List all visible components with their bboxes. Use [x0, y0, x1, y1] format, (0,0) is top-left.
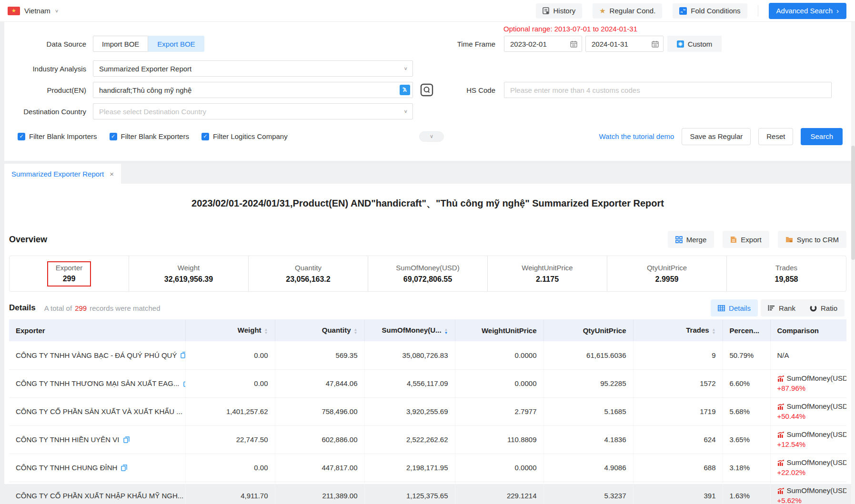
merge-icon [675, 236, 683, 243]
chevron-down-icon: ∨ [55, 8, 59, 13]
reset-button[interactable]: Reset [758, 128, 793, 145]
view-toggle-details[interactable]: Details [711, 299, 758, 316]
country-label: Vietnam [24, 7, 50, 15]
date-end-input[interactable] [592, 40, 657, 48]
copy-icon[interactable] [121, 464, 127, 471]
destination-country-select[interactable]: ∨ [93, 103, 413, 119]
divider [758, 5, 758, 17]
report-content: 2023/02/01-2024/01/31,Product(EN) AND"ha… [4, 184, 851, 484]
stat-trades: Trades19,858 [726, 256, 846, 291]
trend-chart-icon [777, 488, 784, 494]
chevron-down-icon: ∨ [403, 109, 408, 114]
column-header-quantity[interactable]: Quantity▲▼ [275, 319, 364, 341]
details-heading: Details [9, 303, 36, 313]
scrollbar-thumb[interactable] [851, 146, 855, 260]
tutorial-demo-link[interactable]: Watch the tutorial demo [599, 132, 674, 140]
copy-icon[interactable] [183, 380, 185, 387]
industry-analysis-select[interactable]: Summarized Exporter Report ∨ [93, 60, 413, 77]
table-header-row: Exporter Weight▲▼ Quantity▲▼ SumOfMoney(… [9, 319, 846, 341]
translate-icon[interactable]: A [400, 85, 410, 95]
details-table: Exporter Weight▲▼ Quantity▲▼ SumOfMoney(… [9, 319, 846, 504]
column-header-sum-of-money[interactable]: SumOfMoney(U...▲▼ [364, 319, 455, 341]
fold-icon [679, 7, 687, 15]
stat-sum-of-money: SumOfMoney(USD)69,072,806.55 [368, 256, 487, 291]
table-row: CÔNG TY TNHH CHUNG ĐỈNH 0.00 447,817.00 … [9, 454, 846, 482]
column-header-trades[interactable]: Trades▲▼ [633, 319, 723, 341]
table-icon [718, 305, 725, 311]
import-boe-button[interactable]: Import BOE [93, 36, 148, 52]
save-as-regular-button[interactable]: Save as Regular [682, 128, 751, 145]
time-frame-label: Time Frame [419, 40, 500, 48]
search-button[interactable]: Search [801, 128, 843, 145]
country-selector[interactable]: ★ Vietnam ∨ [8, 7, 59, 15]
hs-code-field[interactable] [504, 82, 832, 98]
destination-country-input[interactable] [99, 108, 407, 116]
vietnam-flag-icon: ★ [8, 7, 20, 15]
product-en-input[interactable] [99, 86, 407, 94]
hs-code-label: HS Code [419, 86, 500, 94]
column-header-weight[interactable]: Weight▲▼ [185, 319, 275, 341]
custom-icon [677, 40, 684, 48]
comparison-cell: SumOfMoney(USD)+5.62% [770, 482, 846, 504]
calendar-icon[interactable] [652, 40, 659, 48]
merge-button[interactable]: Merge [668, 231, 714, 248]
star-icon: ★ [599, 7, 605, 15]
comparison-cell: SumOfMoney(USD)+12.54% [770, 425, 846, 454]
product-en-label: Product(EN) [4, 86, 93, 94]
table-row: CÔNG TY CỔ PHẦN XUẤT NHẬP KHẨU MỸ NGH...… [9, 482, 846, 504]
trend-chart-icon [777, 376, 784, 382]
calendar-icon[interactable] [570, 40, 577, 48]
view-toggle-ratio[interactable]: Ratio [803, 299, 845, 316]
trend-chart-icon [777, 432, 784, 438]
destination-country-label: Destination Country [4, 108, 93, 116]
custom-range-button[interactable]: Custom [667, 36, 722, 52]
sort-icon: ▲▼ [264, 328, 268, 335]
data-source-toggle: Import BOE Export BOE [93, 36, 204, 52]
comparison-cell: SumOfMoney(USD)+22.02% [770, 454, 846, 482]
records-summary: A total of 299 records were matched [44, 304, 161, 312]
stat-qty-unit-price: QtyUnitPrice2.9959 [607, 256, 726, 291]
sort-icon: ▲▼ [712, 328, 716, 335]
trend-chart-icon [777, 460, 784, 466]
view-toggle-rank[interactable]: Rank [761, 299, 803, 316]
table-row: CÔNG TY TNHH THƯƠNG MẠI SẢN XUẤT EAG... … [9, 369, 846, 397]
hs-code-input[interactable] [510, 86, 825, 94]
vertical-scrollbar[interactable] [851, 22, 855, 504]
stat-weight-unit-price: WeightUnitPrice2.1175 [487, 256, 607, 291]
checkbox-checked-icon: ✓ [201, 133, 209, 140]
checkbox-checked-icon: ✓ [18, 133, 25, 140]
close-icon[interactable]: × [110, 170, 114, 178]
exporter-name: CÔNG TY TNHH CHUNG ĐỈNH [16, 464, 117, 472]
table-row: CÔNG TY TNHH HIỀN UYÊN VI 22,747.50 602,… [9, 425, 846, 454]
column-header-exporter: Exporter [9, 319, 185, 341]
table-row: CÔNG TY TNHH VÀNG BẠC - ĐÁ QUÝ PHÚ QUÝ 0… [9, 341, 846, 369]
industry-analysis-label: Industry Analysis [4, 65, 93, 73]
overview-stats-card: Exporter 299 Weight32,619,956.39 Quantit… [9, 256, 846, 292]
optional-range-hint: Optional range: 2013-07-01 to 2024-01-31 [503, 25, 637, 33]
regular-cond-button[interactable]: ★ Regular Cond. [593, 3, 662, 19]
copy-icon[interactable] [181, 352, 185, 358]
fold-conditions-button[interactable]: Fold Conditions [673, 3, 747, 19]
table-row: CÔNG TY CỔ PHẦN SẢN XUẤT VÀ XUẤT KHẨU ..… [9, 397, 846, 425]
exporter-name: CÔNG TY TNHH VÀNG BẠC - ĐÁ QUÝ PHÚ QUÝ [16, 351, 177, 359]
collapse-conditions-button[interactable]: ∨ [419, 131, 444, 142]
history-button[interactable]: History [536, 3, 582, 19]
export-boe-button[interactable]: Export BOE [148, 36, 204, 52]
filter-panel: Optional range: 2013-07-01 to 2024-01-31… [4, 22, 851, 161]
exporter-name: CÔNG TY TNHH THƯƠNG MẠI SẢN XUẤT EAG... [16, 379, 180, 387]
advanced-search-button[interactable]: Advanced Search › [769, 3, 846, 19]
overview-heading: Overview [9, 235, 47, 245]
checkbox-checked-icon: ✓ [110, 133, 117, 140]
date-start-field[interactable] [504, 36, 582, 52]
tab-summarized-exporter-report[interactable]: Summarized Exporter Report × [4, 164, 121, 184]
checkbox-filter-blank-exporters[interactable]: ✓ Filter Blank Exporters [110, 132, 189, 140]
checkbox-filter-logitics-company[interactable]: ✓ Filter Logitics Company [201, 132, 288, 140]
date-end-field[interactable] [585, 36, 664, 52]
export-button[interactable]: Export [723, 231, 769, 248]
product-en-field[interactable]: A [93, 82, 413, 98]
sync-to-crm-button[interactable]: Sync to CRM [778, 231, 846, 248]
data-source-label: Data Source [4, 40, 93, 48]
copy-icon[interactable] [123, 436, 130, 443]
date-start-input[interactable] [510, 40, 576, 48]
checkbox-filter-blank-importers[interactable]: ✓ Filter Blank Importers [18, 132, 97, 140]
